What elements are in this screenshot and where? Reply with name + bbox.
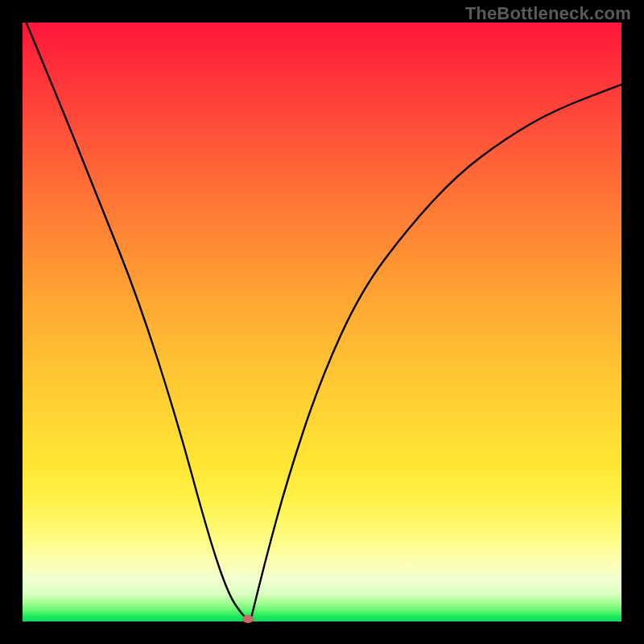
curve-left-branch: [23, 23, 250, 621]
bottleneck-curve: [23, 23, 621, 621]
watermark-text: TheBottleneck.com: [465, 3, 631, 24]
optimum-marker: [242, 615, 254, 623]
chart-frame: TheBottleneck.com: [0, 0, 644, 644]
curve-right-branch: [250, 85, 621, 621]
